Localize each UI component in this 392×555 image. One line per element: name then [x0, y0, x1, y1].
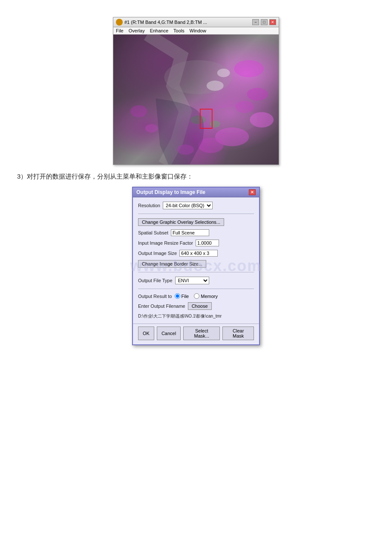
change-border-row: Change Image Border Size... [138, 260, 254, 268]
filename-label: Enter Output Filename [138, 304, 185, 309]
radio-memory-text: Memory [201, 294, 218, 299]
radio-memory-label[interactable]: Memory [194, 293, 218, 299]
output-filetype-label: Output File Type [138, 278, 173, 283]
menu-enhance[interactable]: Enhance [150, 28, 168, 33]
body-text: 3）对打开的数据进行保存，分别从主菜单和主影像窗口保存： [17, 173, 375, 181]
output-dialog: Output Display to Image File ✕ Resolutio… [132, 187, 260, 345]
output-size-row: Output Image Size [138, 250, 254, 257]
titlebar-left: #1 (R:TM Band 4,G:TM Band 2,B:TM ... [116, 19, 207, 26]
image-titlebar: #1 (R:TM Band 4,G:TM Band 2,B:TM ... − □… [113, 17, 279, 27]
output-size-label: Output Image Size [138, 251, 177, 256]
resolution-select[interactable]: 24-bit Color (BSQ) [163, 202, 213, 209]
radio-file-label[interactable]: File [175, 293, 189, 299]
radio-memory-input[interactable] [194, 293, 199, 299]
radio-file-text: File [182, 294, 189, 299]
radio-file-input[interactable] [175, 293, 180, 299]
dialog-title: Output Display to Image File [136, 189, 205, 195]
svg-point-11 [207, 81, 224, 91]
svg-point-0 [164, 60, 232, 94]
svg-point-12 [217, 69, 230, 77]
separator-3 [138, 289, 254, 289]
spatial-subset-input[interactable] [171, 229, 209, 236]
separator-2 [138, 272, 254, 272]
svg-point-10 [145, 124, 158, 133]
envi-logo-icon [116, 19, 123, 26]
resize-factor-row: Input Image Resize Factor [138, 240, 254, 246]
change-overlay-button[interactable]: Change Graphic Overlay Selections... [138, 218, 224, 226]
resize-factor-input[interactable] [196, 240, 219, 246]
minimize-button[interactable]: − [252, 19, 259, 25]
image-title: #1 (R:TM Band 4,G:TM Band 2,B:TM ... [124, 20, 207, 25]
change-border-button[interactable]: Change Image Border Size... [138, 260, 206, 268]
close-button[interactable]: ✕ [269, 19, 276, 25]
select-mask-button[interactable]: Select Mask... [183, 327, 220, 340]
menu-tools[interactable]: Tools [173, 28, 184, 33]
svg-point-14 [210, 121, 220, 127]
spatial-subset-row: Spatial Subset [138, 229, 254, 236]
menu-overlay[interactable]: Overlay [129, 28, 145, 33]
output-filetype-select[interactable]: ENVI [175, 277, 209, 284]
filename-value-row: D:\作业\大二下学期\遥感\NO.1\影像\can_tmr [138, 313, 254, 319]
choose-button[interactable]: Choose [188, 302, 212, 310]
dialog-titlebar: Output Display to Image File ✕ [133, 188, 259, 197]
resolution-label: Resolution [138, 203, 160, 208]
menu-window[interactable]: Window [190, 28, 206, 33]
output-result-label: Output Result to [138, 294, 172, 299]
menu-file[interactable]: File [116, 28, 124, 33]
change-overlay-row: Change Graphic Overlay Selections... [138, 218, 254, 226]
terrain-svg [113, 35, 279, 165]
separator-1 [138, 214, 254, 214]
spatial-subset-label: Spatial Subset [138, 230, 168, 235]
svg-point-2 [234, 60, 264, 77]
dialog-container: www.bdocx.com Output Display to Image Fi… [17, 187, 375, 345]
resize-factor-label: Input Image Resize Factor [138, 240, 193, 246]
clear-mask-button[interactable]: Clear Mask [222, 327, 254, 340]
maximize-button[interactable]: □ [261, 19, 268, 25]
svg-point-9 [130, 105, 147, 117]
svg-point-7 [250, 112, 274, 127]
filename-row: Enter Output Filename Choose [138, 302, 254, 310]
dialog-footer: OK Cancel Select Mask... Clear Mask [133, 324, 259, 344]
image-menubar: File Overlay Enhance Tools Window [113, 27, 279, 35]
svg-point-3 [247, 88, 268, 101]
resolution-row: Resolution 24-bit Color (BSQ) [138, 202, 254, 209]
image-window: #1 (R:TM Band 4,G:TM Band 2,B:TM ... − □… [113, 17, 279, 165]
titlebar-controls[interactable]: − □ ✕ [252, 19, 276, 25]
output-size-input[interactable] [179, 250, 218, 257]
output-result-radio-group: File Memory [175, 293, 218, 299]
dialog-body: Resolution 24-bit Color (BSQ) Change Gra… [133, 197, 259, 324]
output-result-row: Output Result to File Memory [138, 293, 254, 299]
satellite-image [113, 35, 279, 165]
cancel-button[interactable]: Cancel [157, 327, 181, 340]
dialog-close-button[interactable]: ✕ [249, 189, 256, 195]
filename-value: D:\作业\大二下学期\遥感\NO.1\影像\can_tmr [138, 313, 222, 319]
ok-button[interactable]: OK [138, 327, 154, 340]
output-filetype-row: Output File Type ENVI [138, 277, 254, 284]
svg-point-8 [236, 101, 254, 113]
